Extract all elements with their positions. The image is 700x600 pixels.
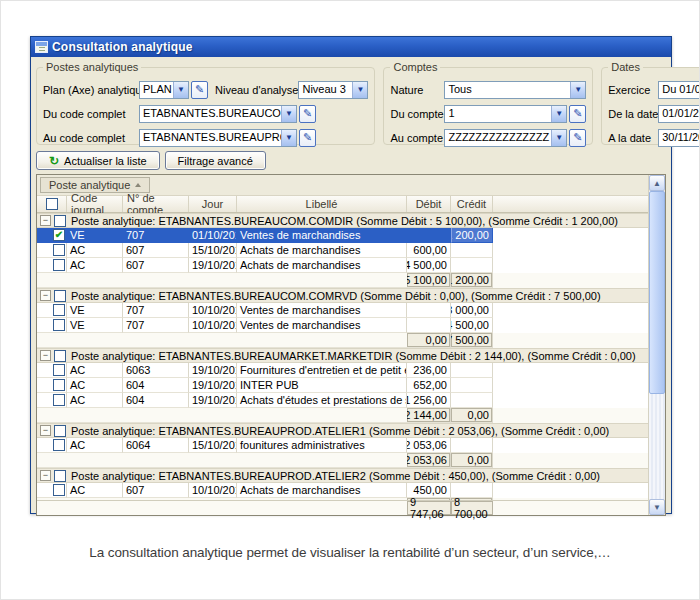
collapse-minus-icon[interactable]: − <box>40 290 51 301</box>
row-checkbox[interactable]: ✔ <box>53 229 65 241</box>
chevron-down-icon[interactable]: ▼ <box>352 82 367 98</box>
du-code-complet-edit-button[interactable]: ✎ <box>299 105 316 123</box>
nature-combobox[interactable]: Tous ▼ <box>444 81 586 99</box>
group-by-poste-analytique[interactable]: Poste analytique <box>40 177 150 193</box>
row-checkbox[interactable] <box>53 379 65 391</box>
header-credit[interactable]: Crédit <box>451 196 493 212</box>
au-compte-edit-button[interactable]: ✎ <box>569 129 586 147</box>
row-checkbox-cell: ✔ <box>37 228 67 243</box>
du-code-complet-combobox[interactable]: ETABNANTES.BUREAUCOM.COMDIR ▼ <box>139 105 297 123</box>
scrollbar-thumb[interactable] <box>649 191 665 394</box>
scrollbar-track[interactable] <box>649 191 665 499</box>
filtrage-avance-button[interactable]: Filtrage avancé <box>165 151 266 170</box>
cell-filler <box>493 318 648 333</box>
row-checkbox[interactable] <box>53 484 65 496</box>
table-row[interactable]: AC60419/10/2010INTER PUB652,00 <box>37 378 648 393</box>
cell-filler <box>493 243 648 258</box>
group-checkbox[interactable] <box>54 350 66 362</box>
cell-credit: 4 500,00 <box>451 318 493 333</box>
dates-title: Dates <box>608 61 643 73</box>
pencil-icon: ✎ <box>573 108 582 119</box>
header-libelle[interactable]: Libellé <box>237 196 407 212</box>
table-row[interactable]: AC606415/10/2010founitures administrativ… <box>37 438 648 453</box>
table-row[interactable]: VE70710/10/2010Ventes de marchandises4 5… <box>37 318 648 333</box>
row-checkbox[interactable] <box>53 259 65 271</box>
title-bar[interactable]: Consultation analytique <box>31 37 671 57</box>
niveau-analyse-combobox[interactable]: Niveau 3 ▼ <box>298 81 368 99</box>
collapse-minus-icon[interactable]: − <box>40 425 51 436</box>
row-checkbox[interactable] <box>53 394 65 406</box>
cell-jour: 19/10/2010 <box>189 363 237 378</box>
au-compte-combobox[interactable]: ZZZZZZZZZZZZZZZ ▼ <box>444 129 567 147</box>
cell-numero-compte: 707 <box>123 303 189 318</box>
header-debit[interactable]: Débit <box>407 196 451 212</box>
row-checkbox[interactable] <box>53 319 65 331</box>
row-checkbox[interactable] <box>53 364 65 376</box>
subtotal-spacer <box>37 333 407 348</box>
chevron-down-icon[interactable]: ▼ <box>281 130 296 146</box>
total-debit: 9 747,06 <box>407 501 451 515</box>
dates-groupbox: Dates Exercice Du 01/01/10 au 31/12/10 ▼… <box>601 61 700 145</box>
collapse-minus-icon[interactable]: − <box>40 470 51 481</box>
subtotal-debit: 0,00 <box>407 333 451 348</box>
collapse-minus-icon[interactable]: − <box>40 215 51 226</box>
au-code-complet-edit-button[interactable]: ✎ <box>299 129 316 147</box>
collapse-minus-icon[interactable]: − <box>40 350 51 361</box>
du-compte-edit-button[interactable]: ✎ <box>569 105 586 123</box>
subtotal-credit: 0,00 <box>451 408 493 423</box>
table-row[interactable]: AC60710/10/2010Achats de marchandises450… <box>37 483 648 498</box>
cell-debit: 652,00 <box>407 378 451 393</box>
scroll-up-button[interactable]: ▲ <box>649 175 665 191</box>
header-jour[interactable]: Jour <box>189 196 237 212</box>
header-code-journal[interactable]: Code journal <box>67 196 123 212</box>
group-header-row[interactable]: −Poste analytique: ETABNANTES.BUREAUCOM.… <box>37 288 648 303</box>
cell-code-journal: VE <box>67 228 123 243</box>
select-all-checkbox[interactable] <box>46 198 58 210</box>
vertical-scrollbar[interactable]: ▲ ▼ <box>648 175 665 515</box>
table-row[interactable]: AC60419/10/2010Achats d'études et presta… <box>37 393 648 408</box>
actualiser-la-liste-button[interactable]: ↻ Actualiser la liste <box>36 151 160 170</box>
row-checkbox[interactable] <box>53 439 65 451</box>
table-row[interactable]: ✔VE70701/10/2010Ventes de marchandises1 … <box>37 228 648 243</box>
group-header-row[interactable]: −Poste analytique: ETABNANTES.BUREAUMARK… <box>37 348 648 363</box>
table-row[interactable]: AC60715/10/2010Achats de marchandises600… <box>37 243 648 258</box>
cell-libelle: Fournitures d'entretien et de petit équi… <box>237 363 407 378</box>
subtotal-debit: 2 144,00 <box>407 408 451 423</box>
header-numero-compte[interactable]: N° de compte <box>123 196 189 212</box>
row-checkbox[interactable] <box>53 244 65 256</box>
chevron-down-icon[interactable]: ▼ <box>281 106 296 122</box>
group-label: Poste analytique: ETABNANTES.BUREAUPROD.… <box>67 469 648 482</box>
exercice-combobox[interactable]: Du 01/01/10 au 31/12/10 ▼ <box>658 81 700 99</box>
table-row[interactable]: AC60719/10/2010Achats de marchandises4 5… <box>37 258 648 273</box>
group-collapse-cell: − <box>37 215 67 227</box>
group-header-row[interactable]: −Poste analytique: ETABNANTES.BUREAUPROD… <box>37 468 648 483</box>
chevron-down-icon[interactable]: ▼ <box>551 106 566 122</box>
plan-axe-edit-button[interactable]: ✎ <box>191 81 208 99</box>
de-la-date-combobox[interactable]: 01/01/2010 ▼ <box>658 105 700 123</box>
plan-axe-combobox[interactable]: PLAN : ▼ <box>139 81 189 99</box>
sort-ascending-icon <box>135 183 141 187</box>
filtrage-label: Filtrage avancé <box>178 155 253 167</box>
total-spacer <box>37 501 407 515</box>
au-code-complet-combobox[interactable]: ETABNANTES.BUREAUPROD.ATELIER2 ▼ <box>139 129 297 147</box>
niveau-analyse-label: Niveau d'analyse <box>215 84 298 96</box>
chevron-down-icon[interactable]: ▼ <box>570 82 585 98</box>
du-compte-combobox[interactable]: 1 ▼ <box>444 105 567 123</box>
table-row[interactable]: VE70710/10/2010Ventes de marchandises3 0… <box>37 303 648 318</box>
group-checkbox[interactable] <box>54 470 66 482</box>
comptes-title: Comptes <box>390 61 440 73</box>
group-checkbox[interactable] <box>54 290 66 302</box>
group-header-row[interactable]: −Poste analytique: ETABNANTES.BUREAUPROD… <box>37 423 648 438</box>
chevron-down-icon[interactable]: ▼ <box>173 82 188 98</box>
a-la-date-combobox[interactable]: 30/11/2010 ▼ <box>658 129 700 147</box>
row-checkbox[interactable] <box>53 304 65 316</box>
group-header-row[interactable]: −Poste analytique: ETABNANTES.BUREAUCOM.… <box>37 213 648 228</box>
group-checkbox[interactable] <box>54 215 66 227</box>
chevron-down-icon[interactable]: ▼ <box>551 130 566 146</box>
select-all-header-cell <box>37 196 67 212</box>
group-checkbox[interactable] <box>54 425 66 437</box>
table-row[interactable]: AC606319/10/2010Fournitures d'entretien … <box>37 363 648 378</box>
scroll-down-button[interactable]: ▼ <box>649 499 665 515</box>
cell-jour: 19/10/2010 <box>189 258 237 273</box>
row-checkbox-cell <box>37 378 67 393</box>
